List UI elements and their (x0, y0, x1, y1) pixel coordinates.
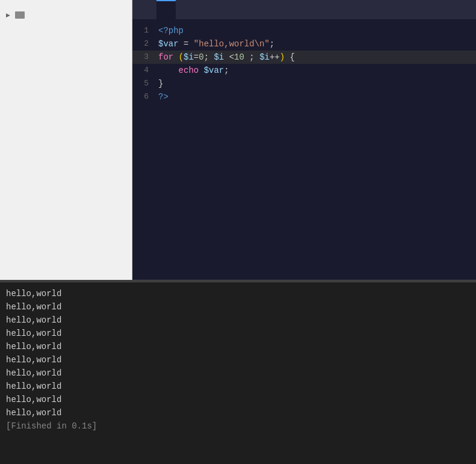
line-code: } (158, 77, 476, 90)
code-line-4[interactable]: 4 echo $var; (132, 64, 476, 77)
line-number: 1 (134, 24, 158, 37)
code-line-3[interactable]: 3for ($i=0; $i <10 ; $i++) { (132, 51, 476, 64)
terminal-line: hello,world (6, 300, 470, 314)
folder-icon (15, 11, 25, 19)
tab-next-button[interactable] (144, 0, 156, 19)
line-number: 5 (134, 77, 158, 90)
folder-arrow-icon: ▶ (6, 12, 12, 18)
top-area: ▶ 1<?php2$var = "hello,world\n";3for ($i… (0, 0, 476, 280)
code-line-2[interactable]: 2$var = "hello,world\n"; (132, 37, 476, 51)
line-number: 6 (134, 90, 158, 104)
tab-2php[interactable] (156, 0, 176, 19)
line-code: <?php (158, 24, 476, 37)
line-code: echo $var; (158, 64, 476, 77)
code-editor[interactable]: 1<?php2$var = "hello,world\n";3for ($i=0… (132, 19, 476, 280)
line-number: 2 (134, 37, 158, 51)
code-line-5[interactable]: 5} (132, 77, 476, 90)
code-line-6[interactable]: 6?> (132, 90, 476, 104)
terminal-line: hello,world (6, 380, 470, 393)
code-line-1[interactable]: 1<?php (132, 24, 476, 37)
line-code: $var = "hello,world\n"; (158, 37, 476, 51)
terminal-line: hello,world (6, 367, 470, 380)
terminal-output[interactable]: hello,worldhello,worldhello,worldhello,w… (0, 282, 476, 464)
terminal-line: hello,world (6, 406, 470, 419)
terminal-line: hello,world (6, 353, 470, 367)
line-number: 3 (134, 51, 158, 64)
sidebar-item-blog[interactable]: ▶ (0, 10, 132, 20)
line-number: 4 (134, 64, 158, 77)
tab-prev-button[interactable] (132, 0, 144, 19)
terminal-line: hello,world (6, 287, 470, 300)
line-code: for ($i=0; $i <10 ; $i++) { (158, 51, 476, 64)
terminal-finished-line: [Finished in 0.1s] (6, 419, 470, 433)
sidebar-header (0, 0, 132, 10)
terminal-line: hello,world (6, 314, 470, 327)
terminal-line: hello,world (6, 340, 470, 353)
tab-bar (132, 0, 476, 19)
editor-area: 1<?php2$var = "hello,world\n";3for ($i=0… (132, 0, 476, 280)
terminal-line: hello,world (6, 393, 470, 406)
terminal-line: hello,world (6, 327, 470, 340)
sidebar: ▶ (0, 0, 132, 280)
line-code: ?> (158, 90, 476, 104)
